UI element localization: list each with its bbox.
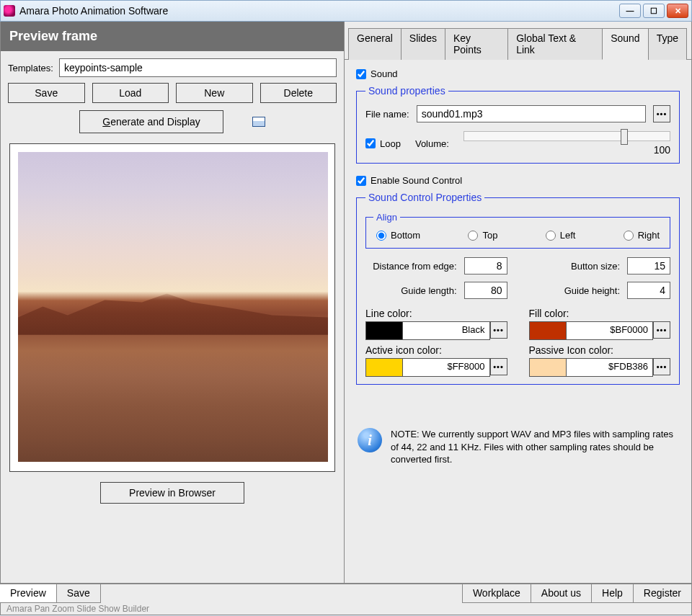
info-icon: i xyxy=(358,428,382,452)
active-icon-color-value: $FF8000 xyxy=(403,358,490,377)
guide-length-label: Guide length: xyxy=(401,285,456,296)
passive-icon-color-browse[interactable]: ••• xyxy=(653,358,670,375)
bottom-tab-preview[interactable]: Preview xyxy=(0,584,57,603)
tab-key-points[interactable]: Key Points xyxy=(445,28,508,60)
fill-color-label: Fill color: xyxy=(529,308,671,319)
preview-frame xyxy=(9,143,335,472)
guide-length-input[interactable] xyxy=(464,282,507,299)
active-icon-color-swatch[interactable] xyxy=(365,358,403,377)
settings-tabs: GeneralSlidesKey PointsGlobal Text & Lin… xyxy=(345,22,691,60)
guide-height-input[interactable] xyxy=(627,282,670,299)
loop-label: Loop xyxy=(380,138,401,149)
note-row: i NOTE: We currently support WAV and MP3… xyxy=(356,424,680,466)
window-icon[interactable] xyxy=(252,117,265,127)
generate-and-display-button[interactable]: Generate and Display xyxy=(79,110,223,133)
bottom-tab-workplace[interactable]: Workplace xyxy=(462,584,531,603)
save-button[interactable]: Save xyxy=(8,83,85,103)
delete-button[interactable]: Delete xyxy=(260,83,337,103)
status-bar: Amara Pan Zoom Slide Show Builder xyxy=(0,603,692,615)
sound-checkbox[interactable] xyxy=(356,69,366,79)
tab-slides[interactable]: Slides xyxy=(401,28,445,60)
bottom-tab-register[interactable]: Register xyxy=(633,584,692,603)
align-top-radio[interactable]: Top xyxy=(468,230,497,241)
tab-sound[interactable]: Sound xyxy=(602,28,648,60)
tab-global-text-link[interactable]: Global Text & Link xyxy=(507,28,603,60)
file-name-input[interactable] xyxy=(417,105,646,122)
templates-label: Templates: xyxy=(8,63,53,73)
preview-image xyxy=(18,152,328,462)
sound-properties-group: Sound properties File name: ••• Loop Vol… xyxy=(356,85,680,164)
app-icon xyxy=(4,5,15,17)
preview-panel: Preview frame Templates: Save Load New D… xyxy=(0,22,345,584)
titlebar: Amara Photo Animation Software — ☐ ✕ xyxy=(0,0,692,22)
align-bottom-radio[interactable]: Bottom xyxy=(376,230,420,241)
sound-control-legend: Sound Control Properties xyxy=(365,192,484,203)
distance-label: Distance from edge: xyxy=(373,261,456,272)
sound-control-properties-group: Sound Control Properties Align BottomTop… xyxy=(356,192,680,385)
fill-color-value: $BF0000 xyxy=(567,321,654,340)
fill-color-swatch[interactable] xyxy=(529,321,567,340)
volume-slider-thumb[interactable] xyxy=(621,129,628,145)
tab-general[interactable]: General xyxy=(348,28,402,60)
file-browse-button[interactable]: ••• xyxy=(653,105,670,122)
bottom-tabs: PreviewSave WorkplaceAbout usHelpRegiste… xyxy=(0,584,692,603)
volume-slider[interactable] xyxy=(463,131,670,141)
line-color-label: Line color: xyxy=(365,308,507,319)
align-legend: Align xyxy=(373,212,400,223)
distance-input[interactable] xyxy=(464,257,507,274)
note-text: NOTE: We currently support WAV and MP3 f… xyxy=(391,428,678,466)
button-size-input[interactable] xyxy=(627,257,670,274)
new-button[interactable]: New xyxy=(176,83,253,103)
passive-icon-color-label: Passive Icon color: xyxy=(529,344,671,356)
passive-icon-color-swatch[interactable] xyxy=(529,358,567,377)
align-left-radio[interactable]: Left xyxy=(546,230,576,241)
window-title: Amara Photo Animation Software xyxy=(19,5,168,17)
preview-in-browser-button[interactable]: Preview in Browser xyxy=(100,482,244,504)
guide-height-label: Guide height: xyxy=(564,285,620,296)
sound-checkbox-label: Sound xyxy=(371,68,398,79)
load-button[interactable]: Load xyxy=(92,83,169,103)
volume-value: 100 xyxy=(654,144,670,156)
passive-icon-color-value: $FDB386 xyxy=(567,358,654,377)
line-color-swatch[interactable] xyxy=(365,321,403,340)
maximize-button[interactable]: ☐ xyxy=(643,4,665,18)
tab-type[interactable]: Type xyxy=(648,28,687,60)
file-name-label: File name: xyxy=(365,109,409,120)
line-color-browse[interactable]: ••• xyxy=(490,321,507,339)
close-button[interactable]: ✕ xyxy=(667,4,688,18)
align-group: Align BottomTopLeftRight xyxy=(365,212,670,249)
bottom-tab-save[interactable]: Save xyxy=(56,584,101,603)
minimize-button[interactable]: — xyxy=(619,4,641,18)
sound-properties-legend: Sound properties xyxy=(365,85,448,97)
fill-color-browse[interactable]: ••• xyxy=(653,321,670,339)
align-right-radio[interactable]: Right xyxy=(624,230,660,241)
loop-checkbox[interactable] xyxy=(365,138,376,148)
button-size-label: Button size: xyxy=(571,261,620,272)
bottom-tab-about-us[interactable]: About us xyxy=(531,584,592,603)
preview-header: Preview frame xyxy=(1,22,344,51)
settings-panel: GeneralSlidesKey PointsGlobal Text & Lin… xyxy=(345,22,692,584)
bottom-tab-help[interactable]: Help xyxy=(591,584,634,603)
templates-input[interactable] xyxy=(59,58,337,77)
line-color-value: Black xyxy=(403,321,490,340)
active-icon-color-browse[interactable]: ••• xyxy=(490,358,507,375)
active-icon-color-label: Active icon color: xyxy=(365,344,507,356)
volume-label: Volume: xyxy=(415,138,449,149)
enable-sound-control-checkbox[interactable] xyxy=(356,176,366,186)
enable-sound-control-label: Enable Sound Control xyxy=(371,175,462,186)
